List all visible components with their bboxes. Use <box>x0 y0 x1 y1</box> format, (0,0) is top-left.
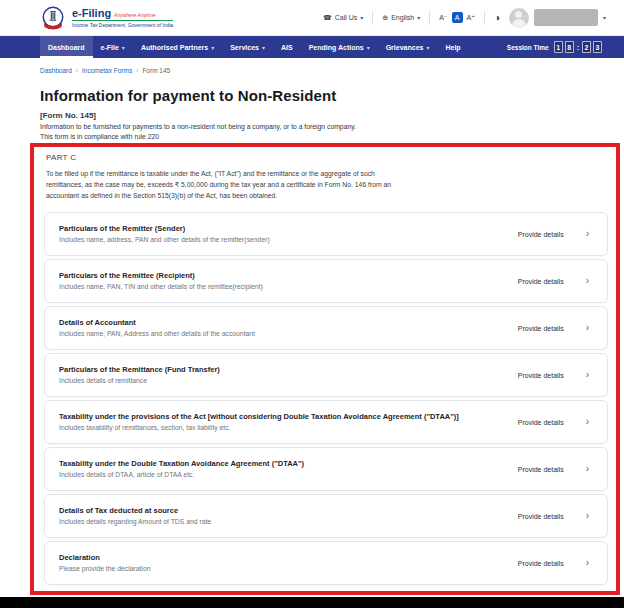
card-details-of-tax-deducted-at-source[interactable]: Details of Tax deducted at sourceInclude… <box>44 494 608 538</box>
chevron-down-icon: ▾ <box>211 44 214 51</box>
card-subtitle: Please provide the declaration <box>59 565 502 573</box>
provide-details-link[interactable]: Provide details <box>518 560 564 567</box>
nav-item-services[interactable]: Services▾ <box>222 36 273 58</box>
nav-item-label: Services <box>230 44 259 51</box>
chevron-down-icon: ▾ <box>417 14 420 21</box>
card-text: Taxability under the provisions of the A… <box>59 412 518 432</box>
provide-details-link[interactable]: Provide details <box>518 513 564 520</box>
breadcrumb-item-dashboard[interactable]: Dashboard <box>40 67 72 74</box>
main-nav: Dashboarde-File▾Authorised Partners▾Serv… <box>0 36 624 58</box>
header-actions: ☎ Call Us ▾ ⊕ English ▾ A⁻ A A⁺ ◑ ▾ <box>323 8 606 28</box>
card-text: DeclarationPlease provide the declaratio… <box>59 553 518 573</box>
card-subtitle: Includes details of remittance <box>59 377 502 385</box>
user-name-redacted <box>534 9 598 26</box>
breadcrumb-item-form-145: Form 145 <box>142 67 170 74</box>
user-menu[interactable]: ▾ <box>509 8 606 28</box>
chevron-down-icon: ▾ <box>426 44 429 51</box>
breadcrumb: Dashboard›Incometax Forms›Form 145 <box>40 67 584 74</box>
card-actions: Provide details› <box>518 417 593 427</box>
incometax-emblem-logo <box>40 5 66 31</box>
provide-details-link[interactable]: Provide details <box>518 231 564 238</box>
nav-item-label: Dashboard <box>48 44 85 51</box>
session-digit: 3 <box>593 41 602 53</box>
nav-item-label: Grievances <box>386 44 424 51</box>
divider <box>484 11 485 25</box>
card-title: Details of Tax deducted at source <box>59 506 502 515</box>
provide-details-link[interactable]: Provide details <box>518 325 564 332</box>
card-subtitle: Includes name, PAN, TIN and other detail… <box>59 283 502 291</box>
nav-item-label: Help <box>445 44 460 51</box>
call-us-label: Call Us <box>335 14 358 21</box>
chevron-right-icon: › <box>586 370 589 380</box>
card-subtitle: Includes name, PAN, Address and other de… <box>59 330 502 338</box>
main-content: Dashboard›Incometax Forms›Form 145 Infor… <box>0 67 624 595</box>
nav-item-dashboard[interactable]: Dashboard <box>40 36 93 58</box>
chevron-right-icon: › <box>586 511 589 521</box>
card-actions: Provide details› <box>518 229 593 239</box>
chevron-down-icon: ▾ <box>262 44 265 51</box>
language-label: English <box>391 14 414 21</box>
font-increase-button[interactable]: A⁺ <box>467 14 475 22</box>
card-text: Particulars of the Remittee (Recipient)I… <box>59 271 518 291</box>
card-taxability-under-the-double-taxation-avo[interactable]: Taxability under the Double Taxation Avo… <box>44 447 608 491</box>
card-particulars-of-the-remittance-fund-trans[interactable]: Particulars of the Remittance (Fund Tran… <box>44 353 608 397</box>
card-particulars-of-the-remitter-sender[interactable]: Particulars of the Remitter (Sender)Incl… <box>44 212 608 256</box>
card-taxability-under-the-provisions-of-the-a[interactable]: Taxability under the provisions of the A… <box>44 400 608 444</box>
session-digit: 1 <box>554 41 563 53</box>
session-colon: : <box>577 44 579 51</box>
card-declaration[interactable]: DeclarationPlease provide the declaratio… <box>44 541 608 585</box>
card-title: Particulars of the Remittance (Fund Tran… <box>59 365 502 374</box>
call-us-menu[interactable]: ☎ Call Us ▾ <box>323 14 363 22</box>
provide-details-link[interactable]: Provide details <box>518 419 564 426</box>
card-details-of-accountant[interactable]: Details of AccountantIncludes name, PAN,… <box>44 306 608 350</box>
chevron-down-icon: ▾ <box>367 44 370 51</box>
provide-details-link[interactable]: Provide details <box>518 372 564 379</box>
contrast-toggle-icon[interactable]: ◑ <box>494 12 500 23</box>
nav-item-help[interactable]: Help <box>437 36 468 58</box>
card-particulars-of-the-remittee-recipient[interactable]: Particulars of the Remittee (Recipient)I… <box>44 259 608 303</box>
breadcrumb-item-incometax-forms[interactable]: Incometax Forms <box>82 67 132 74</box>
chevron-right-icon: › <box>586 323 589 333</box>
top-header: e-Filing Anywhere Anytime Income Tax Dep… <box>0 0 624 36</box>
nav-item-pending-actions[interactable]: Pending Actions▾ <box>301 36 378 58</box>
part-c-description: To be filled up if the remittance is tax… <box>46 168 396 201</box>
part-c-section: PART C To be filled up if the remittance… <box>30 143 620 595</box>
font-default-button[interactable]: A <box>452 12 463 23</box>
card-text: Particulars of the Remittance (Fund Tran… <box>59 365 518 385</box>
nav-item-label: e-File <box>101 44 119 51</box>
provide-details-link[interactable]: Provide details <box>518 466 564 473</box>
card-actions: Provide details› <box>518 558 593 568</box>
language-menu[interactable]: ⊕ English ▾ <box>382 14 420 22</box>
chevron-right-icon: › <box>586 464 589 474</box>
card-subtitle: Includes name, address, PAN and other de… <box>59 236 502 244</box>
chevron-down-icon: ▾ <box>360 14 363 21</box>
nav-item-e-file[interactable]: e-File▾ <box>93 36 133 58</box>
card-subtitle: Includes details regarding Amount of TDS… <box>59 518 502 526</box>
card-title: Taxability under the Double Taxation Avo… <box>59 459 502 468</box>
part-c-heading: PART C <box>46 153 608 162</box>
nav-item-ais[interactable]: AIS <box>273 36 301 58</box>
font-decrease-button[interactable]: A⁻ <box>439 14 447 22</box>
card-subtitle: Includes details of DTAA, article of DTA… <box>59 471 502 479</box>
nav-item-label: Authorised Partners <box>141 44 208 51</box>
card-text: Taxability under the Double Taxation Avo… <box>59 459 518 479</box>
user-avatar <box>509 8 529 28</box>
nav-items: Dashboarde-File▾Authorised Partners▾Serv… <box>40 36 469 58</box>
card-actions: Provide details› <box>518 323 593 333</box>
nav-item-label: AIS <box>281 44 293 51</box>
form-compliance-note: This form is in compliance with rule 220 <box>40 133 584 140</box>
nav-item-label: Pending Actions <box>309 44 364 51</box>
chevron-right-icon: › <box>586 276 589 286</box>
card-text: Details of AccountantIncludes name, PAN,… <box>59 318 518 338</box>
card-title: Details of Accountant <box>59 318 502 327</box>
card-subtitle: Includes taxability of remittances, sect… <box>59 424 502 432</box>
nav-item-grievances[interactable]: Grievances▾ <box>378 36 438 58</box>
divider <box>429 11 430 25</box>
provide-details-link[interactable]: Provide details <box>518 278 564 285</box>
form-number: [Form No. 145] <box>40 111 584 120</box>
nav-item-authorised-partners[interactable]: Authorised Partners▾ <box>133 36 222 58</box>
card-actions: Provide details› <box>518 464 593 474</box>
card-actions: Provide details› <box>518 276 593 286</box>
breadcrumb-separator: › <box>136 67 138 74</box>
page-title: Information for payment to Non-Resident <box>40 87 584 104</box>
